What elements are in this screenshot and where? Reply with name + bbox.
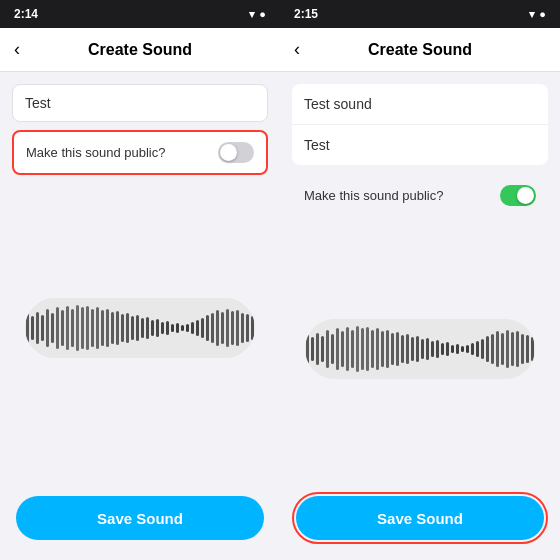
toggle-switch-2[interactable] [500,185,536,206]
time-1: 2:14 [14,7,38,21]
content-1: Test Make this sound public? [0,72,280,484]
bottom-area-2: Save Sound [280,484,560,560]
waveform-container-2 [292,226,548,472]
name-input-1[interactable]: Test [12,84,268,122]
phone-2: 2:15 ▾ ● ‹ Create Sound Test sound Test … [280,0,560,560]
sound-name-input[interactable]: Test sound [292,84,548,125]
nav-title-2: Create Sound [368,41,472,59]
nav-bar-2: ‹ Create Sound [280,28,560,72]
toggle-row-1[interactable]: Make this sound public? [12,130,268,175]
toggle-switch-1[interactable] [218,142,254,163]
toggle-label-2: Make this sound public? [304,188,443,203]
signal-icon-2: ● [539,8,546,20]
status-bar-1: 2:14 ▾ ● [0,0,280,28]
waveform-container-1 [12,183,268,472]
status-bar-2: 2:15 ▾ ● [280,0,560,28]
nav-bar-1: ‹ Create Sound [0,28,280,72]
phone-1: 2:14 ▾ ● ‹ Create Sound Test Make this s… [0,0,280,560]
status-icons-2: ▾ ● [529,8,546,21]
save-button-2[interactable]: Save Sound [296,496,544,540]
bottom-area-1: Save Sound [0,484,280,560]
fields-group: Test sound Test [292,84,548,165]
content-2: Test sound Test Make this sound public? [280,72,560,484]
back-button-2[interactable]: ‹ [294,39,300,60]
save-button-1[interactable]: Save Sound [16,496,264,540]
sound-tag-input[interactable]: Test [292,125,548,165]
signal-icon: ● [259,8,266,20]
wifi-icon: ▾ [249,8,255,21]
status-icons-1: ▾ ● [249,8,266,21]
waveform-1 [25,298,255,358]
nav-title-1: Create Sound [88,41,192,59]
toggle-label-1: Make this sound public? [26,145,165,160]
back-button-1[interactable]: ‹ [14,39,20,60]
time-2: 2:15 [294,7,318,21]
toggle-row-2[interactable]: Make this sound public? [292,173,548,218]
toggle-knob-2 [517,187,534,204]
waveform-2 [305,319,535,379]
wifi-icon-2: ▾ [529,8,535,21]
toggle-knob-1 [220,144,237,161]
